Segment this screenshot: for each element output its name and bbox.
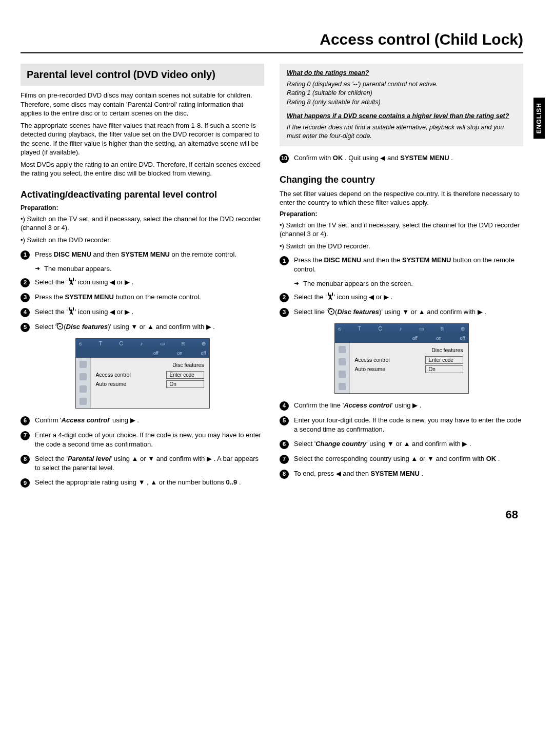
osd-side-icon	[339, 371, 346, 378]
step-number-icon: 4	[280, 401, 289, 411]
prep-item: •) Switch on the DVD recorder.	[21, 236, 264, 245]
country-step-4: 4 Confirm the line 'Access control' usin…	[280, 401, 523, 411]
osd-screenshot: ⎋ T C ♪ ▭ ⎘ ⊕ offonoff Dis	[334, 323, 469, 394]
osd-tab-icon: ⊕	[202, 341, 206, 346]
step-2: 2 Select the '' icon using ◀ or ▶ .	[21, 278, 264, 287]
prep-item: •) Switch on the DVD recorder.	[280, 242, 523, 251]
heading-country: Changing the country	[280, 175, 523, 185]
step-3: 3 Press the SYSTEM MENU button on the re…	[21, 293, 264, 302]
preparation-label: Preparation:	[280, 210, 523, 218]
osd-side-icon	[80, 398, 87, 405]
step-10: 10 Confirm with OK . Quit using ◀ and SY…	[280, 153, 523, 163]
intro-paragraph: Films on pre-recorded DVD discs may cont…	[21, 91, 264, 118]
country-step-1: 1 Press the DISC MENU and then the SYSTE…	[280, 256, 523, 274]
person-icon	[327, 293, 334, 301]
info-line: Rating 1 (suitable for children)	[287, 89, 516, 98]
step-number-icon: 6	[21, 416, 30, 425]
step-number-icon: 8	[280, 470, 289, 479]
step-number-icon: 1	[280, 256, 289, 265]
step-number-icon: 2	[21, 278, 30, 287]
step-7: 7 Enter a 4-digit code of your choice. I…	[21, 431, 264, 449]
step-number-icon: 8	[21, 455, 30, 464]
osd-tab-icon: ⎋	[338, 326, 341, 332]
prep-item: •) Switch on the TV set, and if necessar…	[280, 221, 523, 239]
step-9: 9 Select the appropriate rating using ▼ …	[21, 478, 264, 488]
osd-tab-icon: ▭	[419, 326, 424, 332]
osd-row-field: Enter code	[166, 371, 204, 379]
country-step-6: 6 Select 'Change country' using ▼ or ▲ a…	[280, 439, 523, 449]
osd-tab-icon: C	[378, 326, 382, 332]
osd-row-field: On	[425, 365, 463, 373]
step-8: 8 Select the 'Parental level' using ▲ or…	[21, 454, 264, 473]
section-banner-parental: Parental level control (DVD video only)	[21, 64, 264, 86]
language-tab: ENGLISH	[533, 98, 545, 139]
osd-tab-icon: ♪	[140, 341, 143, 346]
osd-side-icon	[339, 358, 346, 365]
osd-panel-title: Disc features	[355, 347, 463, 353]
country-step-2: 2 Select the '' icon using ◀ or ▶ .	[280, 293, 523, 302]
step-number-icon: 10	[280, 154, 289, 163]
osd-tab-icon: ⊕	[461, 326, 465, 332]
osd-status-row: offonoff	[335, 334, 468, 343]
step-6: 6 Confirm 'Access control' using ▶ .	[21, 416, 264, 425]
info-line: Rating 0 (displayed as '--') parental co…	[287, 80, 516, 89]
osd-status-row: offonoff	[76, 348, 209, 358]
chapter-title: Access control (Child Lock)	[21, 31, 523, 48]
osd-row-label: Access control	[96, 372, 131, 378]
step-number-icon: 6	[280, 440, 289, 449]
step-4: 4 Select the '' icon using ◀ or ▶ .	[21, 307, 264, 317]
osd-side-icon	[339, 383, 346, 390]
page-number: 68	[21, 508, 523, 521]
osd-tab-icon: ⎋	[79, 341, 82, 346]
osd-row-label: Auto resume	[355, 366, 386, 372]
heading-activating: Activating/deactivating parental level c…	[21, 189, 264, 200]
country-step-3: 3 Select line '(Disc features)' using ▼ …	[280, 307, 523, 317]
osd-side-icon	[80, 373, 87, 380]
step-number-icon: 1	[21, 250, 30, 260]
osd-tab-icon: C	[119, 341, 123, 346]
osd-side-icon	[339, 346, 346, 353]
osd-menubar: ⎋ T C ♪ ▭ ⎘ ⊕	[335, 324, 468, 334]
step-number-icon: 7	[280, 455, 289, 464]
info-question: What happens if a DVD scene contains a h…	[287, 112, 516, 121]
info-line: If the recorder does not find a suitable…	[287, 123, 516, 141]
osd-sidebar	[76, 358, 91, 408]
osd-row-label: Access control	[355, 357, 390, 363]
right-column: What do the ratings mean? Rating 0 (disp…	[280, 64, 523, 493]
osd-row-label: Auto resume	[96, 381, 127, 387]
osd-screenshot: ⎋ T C ♪ ▭ ⎘ ⊕ offonoff Dis	[75, 338, 210, 409]
left-column: Parental level control (DVD video only) …	[21, 64, 264, 493]
info-line: Rating 8 (only suitable for adults)	[287, 98, 516, 107]
osd-row-field: Enter code	[425, 356, 463, 364]
country-step-7: 7 Select the corresponding country using…	[280, 454, 523, 464]
osd-sidebar	[335, 343, 350, 393]
osd-panel-title: Disc features	[96, 362, 204, 368]
osd-side-icon	[80, 385, 87, 393]
osd-menubar: ⎋ T C ♪ ▭ ⎘ ⊕	[76, 339, 209, 348]
osd-tab-icon: ⎘	[441, 326, 444, 332]
osd-row-field: On	[166, 380, 204, 388]
step-number-icon: 4	[21, 308, 30, 317]
disc-icon	[56, 322, 64, 331]
prep-item: •) Switch on the TV set, and if necessar…	[21, 215, 264, 232]
osd-side-icon	[80, 361, 87, 368]
preparation-label: Preparation:	[21, 204, 264, 211]
step-1-result: The menubar appears.	[35, 265, 264, 273]
step-1: 1 Press DISC MENU and then SYSTEM MENU o…	[21, 250, 264, 260]
disc-icon	[328, 307, 335, 316]
intro-paragraph: Most DVDs apply the rating to an entire …	[21, 160, 264, 178]
info-question: What do the ratings mean?	[287, 69, 516, 78]
osd-tab-icon: T	[358, 326, 361, 332]
step-number-icon: 2	[280, 293, 289, 302]
osd-tab-icon: ♪	[399, 326, 402, 332]
country-intro: The set filter values depend on the resp…	[280, 189, 523, 207]
osd-tab-icon: T	[99, 341, 102, 346]
country-step-8: 8 To end, press ◀ and then SYSTEM MENU .	[280, 469, 523, 479]
step-5: 5 Select '(Disc features)' using ▼ or ▲ …	[21, 322, 264, 332]
step-number-icon: 3	[21, 293, 30, 302]
step-number-icon: 5	[21, 323, 30, 332]
step-number-icon: 9	[21, 478, 30, 488]
person-icon	[68, 278, 75, 286]
header-rule	[21, 52, 523, 53]
step-number-icon: 5	[280, 416, 289, 425]
